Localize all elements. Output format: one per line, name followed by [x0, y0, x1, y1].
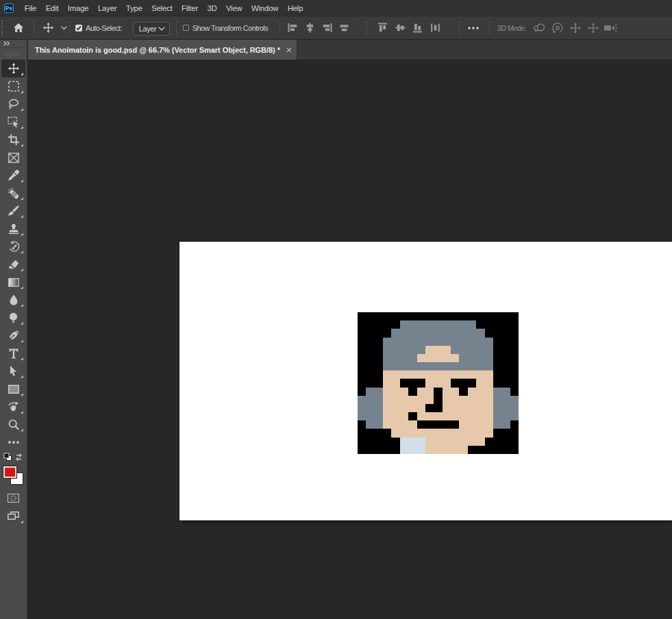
rectangle-tool-button[interactable]	[1, 380, 25, 398]
ellipsis-icon	[468, 27, 479, 29]
hand-tool-button[interactable]	[1, 398, 25, 416]
home-button[interactable]	[3, 23, 34, 32]
document-tab[interactable]: This Anoimatoin is good.psd @ 66.7% (Vec…	[28, 40, 297, 60]
flyout-triangle-icon	[21, 251, 23, 253]
document-tab-bar: This Anoimatoin is good.psd @ 66.7% (Vec…	[28, 40, 672, 60]
eyedropper-icon	[8, 170, 19, 181]
align-left-edges-button[interactable]	[284, 22, 301, 34]
flyout-triangle-icon	[21, 357, 23, 360]
close-icon	[286, 47, 292, 53]
object-selection-tool-button[interactable]	[1, 113, 25, 131]
toolbar-grip[interactable]	[0, 48, 27, 60]
photoshop-logo[interactable]: Ps	[4, 3, 14, 13]
roll-3d-icon	[551, 22, 564, 34]
swap-colors-icon	[16, 454, 21, 461]
align-vertical-centers-button[interactable]	[392, 22, 410, 34]
pan-3d-button[interactable]	[567, 22, 584, 34]
path-selection-tool-button[interactable]	[1, 362, 25, 380]
screen-mode-icon	[8, 511, 19, 521]
gradient-tool-button[interactable]	[1, 273, 25, 291]
clone-stamp-tool-button[interactable]	[1, 220, 25, 238]
pen-tool-button[interactable]	[1, 327, 25, 344]
tab-close-button[interactable]	[286, 47, 292, 53]
eyedropper-tool-button[interactable]	[1, 166, 25, 184]
document-canvas[interactable]	[179, 242, 672, 520]
menu-layer[interactable]: Layer	[93, 0, 121, 16]
align-top-edges-button[interactable]	[374, 22, 392, 34]
flyout-triangle-icon	[21, 73, 23, 75]
quick-mask-button[interactable]	[1, 490, 25, 506]
canvas-viewport[interactable]	[28, 60, 672, 619]
menu-window[interactable]: Window	[247, 0, 283, 16]
tool-preset-dropdown[interactable]	[60, 26, 68, 30]
toolbar-collapse-button[interactable]	[0, 40, 27, 48]
auto-select-target-dropdown[interactable]: Layer	[133, 22, 170, 36]
align-right-edges-icon	[321, 22, 333, 34]
gradient-icon	[8, 278, 19, 287]
flyout-triangle-icon	[21, 322, 23, 325]
roll-3d-button[interactable]	[549, 22, 567, 34]
blur-tool-button[interactable]	[1, 291, 25, 309]
path-selection-icon	[10, 366, 17, 377]
flyout-triangle-icon	[21, 429, 23, 431]
crop-tool-button[interactable]	[1, 131, 25, 149]
more-align-options-button[interactable]	[460, 27, 487, 29]
menu-image[interactable]: Image	[63, 0, 93, 16]
slide-3d-button[interactable]	[584, 22, 602, 34]
3d-mode-icons	[531, 22, 620, 34]
menu-select[interactable]: Select	[147, 0, 177, 16]
menu-file[interactable]: File	[20, 0, 41, 16]
move-icon	[43, 23, 53, 33]
pixel-avatar-artwork[interactable]	[358, 312, 519, 457]
object-selection-icon	[8, 116, 19, 127]
camera-3d-button[interactable]	[602, 22, 620, 34]
zoom-tool-button[interactable]	[1, 416, 25, 433]
history-brush-tool-button[interactable]	[1, 238, 25, 255]
flyout-triangle-icon	[21, 375, 23, 378]
eraser-tool-button[interactable]	[1, 255, 25, 273]
align-right-edges-button[interactable]	[319, 22, 336, 34]
align-horizontal-centers-icon	[304, 22, 316, 34]
foreground-background-colors[interactable]	[3, 465, 24, 485]
flyout-triangle-icon	[21, 233, 23, 236]
menu-filter[interactable]: Filter	[177, 0, 203, 16]
distribute-horizontal-centers-button[interactable]	[427, 22, 445, 34]
menu-type[interactable]: Type	[121, 0, 147, 16]
menu-view[interactable]: View	[221, 0, 247, 16]
tool-preset-button[interactable]	[37, 23, 60, 33]
blur-icon	[9, 294, 18, 305]
brush-tool-button[interactable]	[1, 202, 25, 220]
spot-healing-tool-button[interactable]	[1, 184, 25, 202]
move-tool-button[interactable]	[1, 60, 25, 77]
auto-select-target-value: Layer	[139, 25, 157, 33]
screen-mode-button[interactable]	[1, 508, 25, 525]
dodge-icon	[8, 312, 18, 323]
dodge-tool-button[interactable]	[1, 309, 25, 327]
menu-edit[interactable]: Edit	[41, 0, 63, 16]
show-transform-label: Show Transform Controls	[192, 24, 268, 32]
toolbar	[0, 40, 28, 619]
distribute-vertical-centers-button[interactable]	[336, 22, 353, 34]
3d-mode-label: 3D Mode:	[497, 24, 526, 32]
frame-tool-button[interactable]	[1, 149, 25, 166]
show-transform-checkbox[interactable]: Show Transform Controls	[183, 24, 268, 32]
lasso-tool-button[interactable]	[1, 95, 25, 113]
marquee-tool-button[interactable]	[1, 77, 25, 95]
align-left-edges-icon	[287, 22, 299, 34]
type-tool-button[interactable]	[1, 344, 25, 362]
edit-toolbar-tool-button[interactable]	[1, 433, 25, 451]
menu-items: FileEditImageLayerTypeSelectFilter3DView…	[20, 0, 308, 16]
menu-help[interactable]: Help	[283, 0, 308, 16]
orbit-3d-button[interactable]	[531, 22, 549, 34]
align-bottom-edges-button[interactable]	[409, 22, 427, 34]
align-horizontal-centers-button[interactable]	[301, 22, 319, 34]
default-and-swap-colors[interactable]	[3, 452, 24, 463]
flyout-triangle-icon	[21, 197, 23, 200]
auto-select-checkbox[interactable]: Auto-Select:	[75, 24, 122, 32]
crop-icon	[8, 134, 19, 145]
menu-3d[interactable]: 3D	[203, 0, 222, 16]
flyout-triangle-icon	[21, 393, 23, 396]
history-brush-icon	[8, 241, 19, 252]
foreground-color-swatch[interactable]	[3, 466, 16, 478]
align-top-edges-icon	[377, 22, 388, 34]
